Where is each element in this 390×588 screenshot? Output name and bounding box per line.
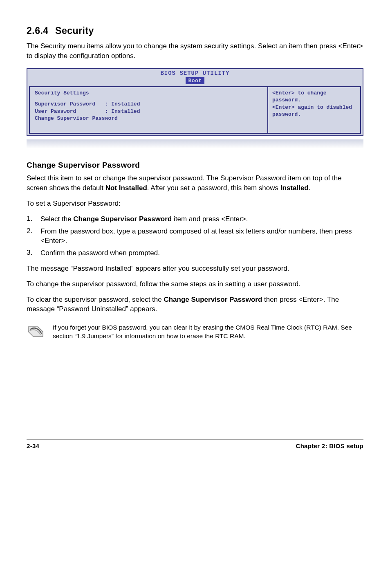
note-icon [27,323,45,341]
section-number: 2.6.4 [27,25,49,36]
list-item: 2. From the password box, type a passwor… [27,227,363,246]
chapter-label: Chapter 2: BIOS setup [296,442,364,450]
sub-heading: Change Supervisor Password [27,160,363,171]
paragraph-4: To change the supervisor password, follo… [27,279,363,289]
section-title: Security [55,25,94,36]
steps-list: 1. Select the Change Supervisor Password… [27,214,363,258]
list-item: 3. Confirm the password when prompted. [27,248,363,258]
bios-screenshot: BIOS SETUP UTILITY Boot Security Setting… [27,68,363,148]
bios-change-supervisor: Change Supervisor Password [35,115,262,122]
paragraph-1: Select this item to set or change the su… [27,173,363,193]
intro-paragraph: The Security menu items allow you to cha… [27,41,363,61]
bios-help-panel: <Enter> to change password. <Enter> agai… [268,87,360,133]
paragraph-5: To clear the supervisor password, select… [27,295,363,314]
paragraph-2: To set a Supervisor Password: [27,199,363,209]
note-box: If you forget your BIOS password, you ca… [27,320,363,345]
bios-title: BIOS SETUP UTILITY [27,69,363,77]
list-item: 1. Select the Change Supervisor Password… [27,214,363,224]
bios-left-panel: Security Settings Supervisor Password : … [30,87,268,133]
bios-supervisor-row: Supervisor Password : Installed [35,101,262,108]
section-heading: 2.6.4 Security [27,25,363,37]
fade-gradient [27,139,363,148]
bios-user-row: User Password : Installed [35,108,262,115]
bios-tab-boot: Boot [186,77,204,85]
paragraph-3: The message “Password Installed” appears… [27,264,363,274]
note-text: If you forget your BIOS password, you ca… [53,323,363,341]
bios-security-header: Security Settings [35,90,262,97]
page-number: 2-34 [27,442,39,450]
page-footer: 2-34 Chapter 2: BIOS setup [27,439,363,450]
